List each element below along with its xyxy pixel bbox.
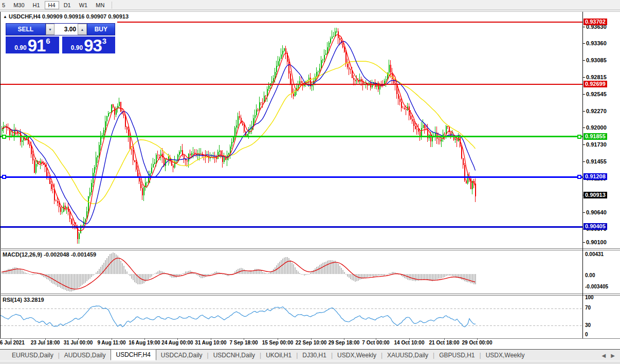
- time-axis-label: 14 Oct 10:00: [394, 340, 425, 345]
- axis-tick-mark: [583, 94, 585, 95]
- time-axis-label: 31 Aug 10:00: [195, 340, 226, 345]
- time-axis-tick: [376, 338, 376, 340]
- time-axis-label: 7 Sep 18:00: [229, 340, 258, 345]
- time-axis-tick: [78, 338, 79, 340]
- time-axis-label: 16 Aug 19:00: [129, 340, 160, 345]
- axis-tick-mark: [583, 128, 585, 128]
- chart-tab-ukoil-h1[interactable]: UKOil,H1: [261, 351, 296, 360]
- time-axis-label: 7 Oct 00:00: [362, 340, 389, 345]
- indicator-scale-label: 30: [585, 322, 591, 328]
- time-axis-label: 29 Oct 00:00: [462, 340, 493, 345]
- indicator-scale-label: 0.00431: [585, 251, 604, 257]
- chart-tab-usdchf-h4[interactable]: USDCHF,H4: [111, 349, 156, 360]
- time-axis-label: 16 Jul 2021: [0, 340, 25, 345]
- toolbar-separator: [112, 2, 112, 9]
- timeframe-button-w1[interactable]: W1: [76, 1, 92, 9]
- timeframe-button-5[interactable]: 5: [0, 1, 9, 9]
- chart-tab-xauusd-daily[interactable]: XAUUSD,Daily: [382, 351, 433, 360]
- timeframe-button-h1[interactable]: H1: [29, 1, 44, 9]
- price-axis-tick: 0.91455: [586, 158, 607, 165]
- chart-tab-audusd-daily[interactable]: AUDUSD,Daily: [60, 351, 111, 360]
- panel-separator[interactable]: [0, 294, 620, 294]
- chart-tab-eurusd-daily[interactable]: EURUSD,Daily: [7, 351, 58, 360]
- x-axis-separator: [0, 338, 620, 339]
- time-axis-label: 23 Jul 18:00: [31, 340, 60, 345]
- time-axis-label: 15 Sep 00:00: [262, 340, 294, 345]
- time-axis-tick: [144, 338, 145, 340]
- axis-tick-mark: [583, 144, 585, 145]
- tab-scroll-controls: ◀▶: [602, 353, 615, 358]
- price-level-flag: 0.91855: [583, 133, 607, 140]
- time-axis-label: 29 Sep 18:00: [329, 340, 360, 345]
- time-axis-label: 31 Jul 00:00: [64, 340, 93, 345]
- timeframe-button-mn[interactable]: MN: [92, 1, 108, 9]
- indicator-scale-label: 0: [585, 332, 588, 337]
- time-axis-label: 9 Aug 11:00: [97, 340, 125, 345]
- rsi-legend: RSI(14) 33.2819: [3, 297, 44, 303]
- time-axis-tick: [11, 338, 11, 340]
- timeframe-button-d1[interactable]: D1: [60, 1, 75, 9]
- axis-tick-mark: [583, 27, 585, 27]
- tab-scroll-left-icon[interactable]: ◀: [602, 353, 606, 358]
- price-axis[interactable]: 0.936300.933600.930850.928150.925450.922…: [582, 12, 620, 338]
- time-axis-tick: [409, 338, 410, 340]
- time-axis-label: 24 Aug 00:00: [161, 340, 193, 345]
- axis-tick-mark: [583, 111, 585, 112]
- time-axis-tick: [311, 338, 312, 340]
- price-level-flag: 0.90405: [583, 223, 607, 230]
- chart-tab-usdcad-daily[interactable]: USDCAD,Daily: [156, 351, 207, 360]
- time-axis-tick: [477, 338, 478, 340]
- chart-tab-usdcnh-daily[interactable]: USDCNH,Daily: [209, 351, 260, 360]
- axis-tick-mark: [583, 161, 585, 162]
- axis-tick-mark: [583, 242, 585, 243]
- indicator-scale-label: 70: [585, 305, 591, 311]
- price-level-flag: 0.91208: [583, 173, 607, 180]
- tab-scroll-right-icon[interactable]: ▶: [611, 353, 615, 358]
- chart-tab-dj30-h1[interactable]: DJ30,H1: [298, 351, 331, 360]
- rsi-indicator-canvas: [1, 296, 582, 338]
- mt4-window: 5M30H1H4D1W1MN ▲ USDCHF,H4 0.90909 0.909…: [0, 0, 620, 364]
- axis-tick-mark: [583, 60, 585, 61]
- price-axis-tick: 0.91730: [586, 141, 607, 148]
- price-axis-tick: 0.92815: [586, 74, 607, 80]
- time-axis-tick: [278, 338, 278, 340]
- price-axis-tick: 0.90100: [586, 239, 607, 245]
- time-axis-tick: [211, 338, 211, 340]
- price-axis-tick: 0.93085: [586, 57, 607, 63]
- price-axis-tick: 0.93360: [586, 40, 607, 46]
- time-axis-tick: [177, 338, 178, 340]
- timeframe-button-h4[interactable]: H4: [45, 1, 59, 9]
- current-price-flag: 0.90913: [583, 192, 607, 198]
- panel-separator[interactable]: [0, 248, 620, 249]
- price-axis-tick: 0.92000: [586, 124, 607, 131]
- price-chart-canvas[interactable]: [1, 12, 582, 248]
- timeframe-button-m30[interactable]: M30: [10, 1, 28, 9]
- axis-tick-mark: [583, 43, 585, 44]
- chart-tab-usdx-weekly[interactable]: USDX,Weekly: [481, 351, 530, 360]
- axis-tick-mark: [583, 77, 585, 78]
- time-axis-tick: [444, 338, 445, 340]
- price-level-flag: 0.92699: [583, 81, 607, 87]
- time-axis-tick: [344, 338, 344, 340]
- indicator-scale-label: 100: [585, 295, 594, 300]
- price-axis-tick: 0.90640: [586, 209, 607, 215]
- indicator-scale-label: 0.00: [585, 272, 595, 278]
- status-strip: [0, 361, 620, 364]
- price-axis-tick: 0.92545: [586, 91, 607, 97]
- chart-tab-gbpusd-h1[interactable]: GBPUSD,H1: [434, 351, 479, 360]
- indicator-scale-label: -0.003405: [585, 284, 608, 289]
- time-axis-label: 21 Oct 18:00: [429, 340, 460, 345]
- axis-tick-mark: [583, 212, 585, 213]
- time-axis-label: 22 Sep 10:00: [296, 340, 327, 345]
- time-axis-tick: [45, 338, 46, 340]
- chart-tab-bar: EURUSD,Daily|AUDUSD,DailyUSDCHF,H4USDCAD…: [0, 349, 620, 361]
- chart-tab-usdx-weekly[interactable]: USDX,Weekly: [333, 351, 381, 360]
- price-axis-tick: 0.92270: [586, 108, 607, 114]
- price-level-flag: 0.93702: [583, 19, 607, 25]
- macd-legend: MACD(12,26,9) -0.002048 -0.001459: [3, 251, 96, 258]
- time-axis-tick: [244, 338, 244, 340]
- time-axis-tick: [112, 338, 112, 340]
- timeframe-toolbar: 5M30H1H4D1W1MN: [0, 0, 620, 10]
